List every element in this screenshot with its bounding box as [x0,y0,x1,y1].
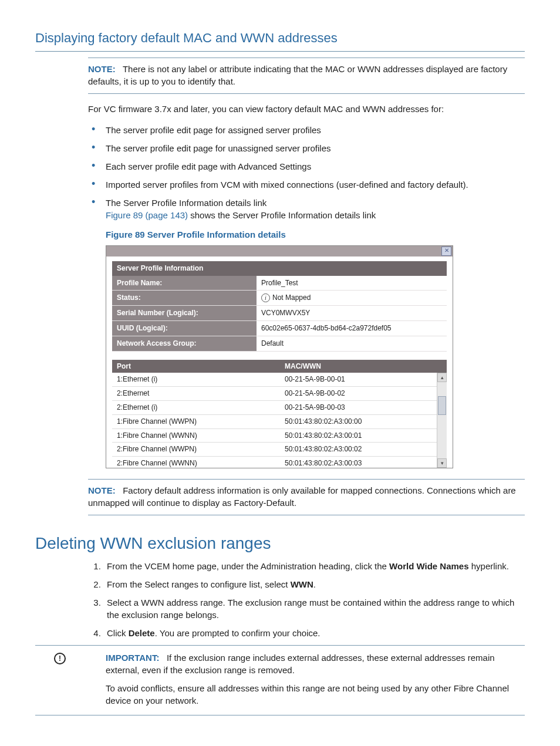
table-row: 2:Ethernet (i)00-21-5A-9B-00-03 [112,400,437,414]
table-row: 2:Fibre Channel (WWPN)50:01:43:80:02:A3:… [112,443,437,457]
table-row: Network Access Group:Default [112,336,447,351]
list-item: The Server Profile Information details l… [88,197,525,221]
close-icon[interactable]: ✕ [441,247,451,256]
figure-reference-text: shows the Server Profile Information det… [188,210,376,220]
list-item: The server profile edit page for assigne… [88,124,525,136]
important-box: ! IMPORTANT: If the exclusion range incl… [35,645,525,715]
scroll-up-icon[interactable]: ▴ [437,373,447,382]
intro-paragraph: For VC firmware 3.7x and later, you can … [88,103,525,115]
figure-caption: Figure 89 Server Profile Information det… [106,228,525,241]
table-row: 1:Fibre Channel (WWNN)50:01:43:80:02:A3:… [112,428,437,443]
table-row: 1:Fibre Channel (WWPN)50:01:43:80:02:A3:… [112,414,437,428]
list-item: Select a WWN address range. The exclusio… [103,596,525,621]
list-item: The server profile edit page for unassig… [88,142,525,154]
note-box-2: NOTE: Factory default address informatio… [88,479,525,515]
list-item: Each server profile edit page with Advan… [88,160,525,173]
list-item: Imported server profiles from VCM with m… [88,178,525,191]
note-box-1: NOTE: There is not any label or attribut… [88,58,525,94]
table-row: Status:iNot Mapped [112,291,447,306]
table-row: Serial Number (Logical):VCY0MWVX5Y [112,306,447,321]
info-icon: i [261,293,270,302]
bullet-list: The server profile edit page for assigne… [88,124,525,221]
important-text-1: If the exclusion range includes external… [106,653,495,675]
section-heading-deleting: Deleting WWN exclusion ranges [35,532,525,555]
list-item: From the Select ranges to configure list… [103,578,525,590]
scrollbar[interactable]: ▴ ▾ [437,373,447,468]
profile-info-table: Profile Name:Profile_Test Status:iNot Ma… [112,276,447,352]
section-heading-displaying: Displaying factory default MAC and WWN a… [35,29,525,48]
table-row: 1:Ethernet (i)00-21-5A-9B-00-01 [112,373,437,386]
note-text: There is not any label or attribute indi… [88,64,507,86]
table-row: 2:Fibre Channel (WWNN)50:01:43:80:02:A3:… [112,457,437,468]
port-table-header: PortMAC/WWN [112,360,447,373]
note-text: Factory default address information is o… [88,485,516,508]
server-profile-info-dialog: ✕ Server Profile Information Profile Nam… [106,245,453,469]
important-icon: ! [54,653,66,664]
table-row: Profile Name:Profile_Test [112,276,447,291]
table-row: UUID (Logical):60c02e65-0637-4db5-bd64-c… [112,320,447,336]
note-label: NOTE: [88,64,116,74]
dialog-titlebar: ✕ [106,246,453,256]
list-item: Click Delete. You are prompted to confir… [103,627,525,639]
note-label: NOTE: [88,485,116,495]
panel-header: Server Profile Information [112,261,447,276]
table-row: 2:Ethernet00-21-5A-9B-00-02 [112,387,437,401]
steps-list: From the VCEM home page, under the Admin… [88,560,525,639]
scroll-down-icon[interactable]: ▾ [437,458,447,468]
scroll-thumb[interactable] [438,396,446,415]
important-label: IMPORTANT: [106,653,159,663]
section-rule [35,51,525,52]
important-text-2: To avoid conflicts, ensure all addresses… [106,682,519,707]
list-item: From the VCEM home page, under the Admin… [103,560,525,572]
figure-reference-link[interactable]: Figure 89 (page 143) [106,210,188,220]
port-table: 1:Ethernet (i)00-21-5A-9B-00-01 2:Ethern… [112,373,437,468]
